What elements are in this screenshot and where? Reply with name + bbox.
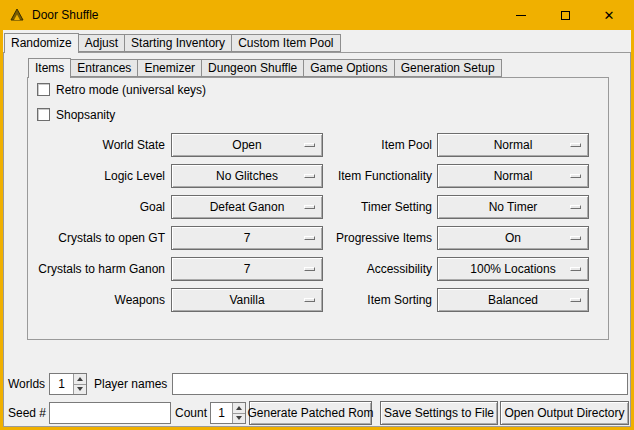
- field-label-item-pool: Item Pool: [299, 138, 432, 153]
- tab-label: Starting Inventory: [131, 36, 225, 50]
- worlds-input[interactable]: [50, 374, 73, 394]
- window-title: Door Shuffle: [32, 8, 99, 22]
- open-output-button[interactable]: Open Output Directory: [500, 401, 629, 425]
- count-input[interactable]: [211, 403, 232, 423]
- player-names-input[interactable]: [172, 373, 628, 395]
- field-label-crystals-gt: Crystals to open GT: [23, 231, 165, 246]
- retro-mode-row: Retro mode (universal keys): [37, 82, 206, 97]
- dropdown-item-pool[interactable]: Normal: [437, 133, 589, 157]
- dropdown-value: 7: [244, 231, 251, 245]
- field-label-accessibility: Accessibility: [299, 262, 432, 277]
- tab-label: Items: [35, 61, 64, 75]
- worlds-label: Worlds: [8, 377, 45, 391]
- up-arrow-icon: [77, 377, 83, 381]
- tab-label: Enemizer: [144, 61, 195, 75]
- dropdown-value: Normal: [494, 138, 533, 152]
- outer-tabstrip: Randomize Adjust Starting Inventory Cust…: [4, 32, 341, 52]
- maximize-icon: [561, 11, 570, 20]
- checkbox-retro-mode[interactable]: [37, 83, 50, 96]
- close-icon: ✕: [604, 9, 615, 22]
- tab-label: Custom Item Pool: [238, 36, 333, 50]
- dropdown-progressive-items[interactable]: On: [437, 226, 589, 250]
- tab-custom-item-pool[interactable]: Custom Item Pool: [231, 34, 340, 52]
- field-label-world-state: World State: [23, 138, 165, 153]
- tab-label: Entrances: [77, 61, 131, 75]
- tab-randomize[interactable]: Randomize: [4, 33, 79, 53]
- field-label-weapons: Weapons: [23, 293, 165, 308]
- worlds-spinner-down[interactable]: [74, 385, 86, 395]
- close-button[interactable]: ✕: [587, 0, 631, 30]
- field-label-logic-level: Logic Level: [23, 169, 165, 184]
- minimize-icon: [516, 15, 526, 16]
- count-spinner-down[interactable]: [233, 414, 245, 424]
- count-spinbox: [210, 402, 246, 424]
- inner-tabstrip: Items Entrances Enemizer Dungeon Shuffle…: [28, 57, 502, 77]
- dropdown-item-functionality[interactable]: Normal: [437, 164, 589, 188]
- generate-rom-button[interactable]: Generate Patched Rom: [249, 401, 372, 425]
- worlds-spinner-up[interactable]: [74, 374, 86, 385]
- tab-generation-setup[interactable]: Generation Setup: [394, 59, 502, 77]
- seed-label: Seed #: [8, 406, 46, 420]
- field-label-goal: Goal: [23, 200, 165, 215]
- save-settings-button[interactable]: Save Settings to File: [380, 401, 498, 425]
- dropdown-indicator: [570, 205, 581, 209]
- tab-entrances[interactable]: Entrances: [70, 59, 138, 77]
- field-label-crystals-ganon: Crystals to harm Ganon: [23, 262, 165, 277]
- dropdown-value: 100% Locations: [470, 262, 555, 276]
- dropdown-indicator: [570, 174, 581, 178]
- field-label-progressive-items: Progressive Items: [299, 231, 432, 246]
- tab-enemizer[interactable]: Enemizer: [137, 59, 202, 77]
- titlebar[interactable]: Door Shuffle ✕: [0, 0, 634, 30]
- seed-input[interactable]: [49, 402, 171, 424]
- player-names-label: Player names: [94, 377, 167, 391]
- checkbox-label: Shopsanity: [56, 108, 115, 122]
- minimize-button[interactable]: [499, 0, 543, 30]
- field-label-item-functionality: Item Functionality: [299, 169, 432, 184]
- dropdown-indicator: [570, 267, 581, 271]
- worlds-spinbox: [49, 373, 87, 395]
- tab-game-options[interactable]: Game Options: [303, 59, 394, 77]
- shopsanity-row: Shopsanity: [37, 107, 115, 122]
- count-spinner: [232, 403, 245, 423]
- dropdown-value: Balanced: [488, 293, 538, 307]
- maximize-button[interactable]: [543, 0, 587, 30]
- checkbox-shopsanity[interactable]: [37, 108, 50, 121]
- window-content: Randomize Adjust Starting Inventory Cust…: [3, 30, 631, 427]
- tab-label: Generation Setup: [401, 61, 495, 75]
- tab-items[interactable]: Items: [28, 58, 71, 78]
- dropdown-value: Vanilla: [229, 293, 264, 307]
- dropdown-accessibility[interactable]: 100% Locations: [437, 257, 589, 281]
- dropdown-indicator: [570, 236, 581, 240]
- worlds-spinner: [73, 374, 86, 394]
- tab-starting-inventory[interactable]: Starting Inventory: [124, 34, 232, 52]
- down-arrow-icon: [77, 387, 83, 391]
- tab-label: Randomize: [11, 36, 72, 50]
- dropdown-value: 7: [244, 262, 251, 276]
- checkbox-label: Retro mode (universal keys): [56, 83, 206, 97]
- dropdown-value: Normal: [494, 169, 533, 183]
- app-icon: [9, 7, 25, 23]
- up-arrow-icon: [236, 406, 242, 410]
- count-spinner-up[interactable]: [233, 403, 245, 414]
- tab-label: Adjust: [85, 36, 118, 50]
- dropdown-indicator: [570, 298, 581, 302]
- tab-label: Dungeon Shuffle: [208, 61, 297, 75]
- dropdown-value: No Glitches: [216, 169, 278, 183]
- tab-label: Game Options: [310, 61, 387, 75]
- dropdown-value: On: [505, 231, 521, 245]
- field-label-item-sorting: Item Sorting: [299, 293, 432, 308]
- app-window: Door Shuffle ✕ Randomize Adjust Starting…: [0, 0, 634, 430]
- dropdown-value: No Timer: [489, 200, 538, 214]
- field-label-timer-setting: Timer Setting: [299, 200, 432, 215]
- tab-dungeon-shuffle[interactable]: Dungeon Shuffle: [201, 59, 304, 77]
- dropdown-item-sorting[interactable]: Balanced: [437, 288, 589, 312]
- count-label: Count: [175, 406, 207, 420]
- down-arrow-icon: [236, 416, 242, 420]
- dropdown-value: Defeat Ganon: [210, 200, 285, 214]
- dropdown-value: Open: [232, 138, 261, 152]
- dropdown-timer-setting[interactable]: No Timer: [437, 195, 589, 219]
- dropdown-indicator: [570, 143, 581, 147]
- tab-adjust[interactable]: Adjust: [78, 34, 125, 52]
